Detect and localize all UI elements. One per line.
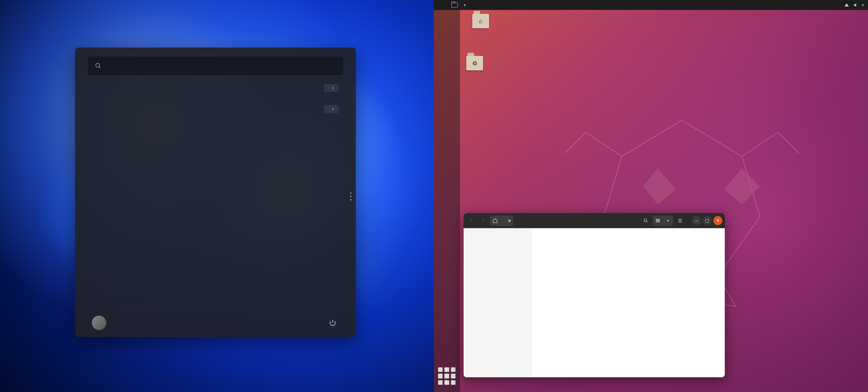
files-window: ▾ ▾ ─ ▢ ✕ (464, 213, 725, 377)
windows-desktop (0, 0, 434, 392)
trash-icon: ♻ (466, 56, 483, 71)
svg-point-0 (96, 63, 100, 67)
ubuntu-desktop: ▾ ▾ ⌂ ♻ ▾ (434, 0, 868, 392)
folder-icon: ⌂ (472, 14, 489, 28)
svg-line-7 (646, 221, 647, 222)
minimize-button[interactable]: ─ (692, 216, 701, 225)
avatar (92, 316, 106, 330)
files-headerbar: ▾ ▾ ─ ▢ ✕ (464, 213, 725, 228)
folder-icon (451, 3, 458, 7)
chevron-down-icon: ▾ (464, 3, 466, 7)
user-account-button[interactable] (92, 316, 112, 330)
search-input[interactable] (88, 57, 343, 75)
back-button[interactable] (466, 216, 476, 226)
start-menu (75, 48, 356, 337)
svg-line-1 (99, 67, 100, 68)
search-button[interactable] (641, 216, 651, 226)
maximize-button[interactable]: ▢ (703, 216, 712, 225)
hamburger-menu-button[interactable] (675, 216, 685, 226)
show-applications-button[interactable] (438, 367, 456, 385)
recommended-header-row (75, 102, 356, 115)
chevron-down-icon: ▾ (862, 3, 864, 7)
files-content (531, 228, 725, 377)
desktop-icon-home[interactable]: ⌂ (472, 14, 489, 30)
system-tray[interactable]: ▾ (844, 2, 864, 8)
files-sidebar (464, 228, 531, 377)
pinned-header-row (75, 81, 356, 94)
chevron-right-icon (331, 107, 335, 111)
start-footer (75, 308, 356, 337)
svg-rect-9 (656, 220, 660, 221)
network-icon (844, 2, 849, 8)
pinned-grid (75, 94, 356, 96)
app-menu-files[interactable]: ▾ (451, 3, 466, 7)
chevron-down-icon: ▾ (508, 217, 511, 224)
svg-rect-10 (656, 222, 660, 222)
page-dots[interactable] (350, 192, 351, 200)
close-button[interactable]: ✕ (713, 216, 722, 225)
all-apps-button[interactable] (324, 84, 339, 92)
search-icon (95, 62, 101, 69)
top-bar: ▾ ▾ (434, 0, 868, 10)
power-icon (329, 319, 337, 327)
home-icon (492, 218, 498, 223)
list-view-button[interactable] (653, 216, 663, 226)
desktop-icon-trash[interactable]: ♻ (466, 56, 483, 72)
svg-point-6 (644, 219, 647, 222)
more-button[interactable] (324, 105, 339, 113)
path-bar[interactable]: ▾ (490, 216, 514, 226)
volume-icon (853, 2, 858, 8)
taskbar (0, 371, 434, 392)
view-switcher: ▾ (653, 216, 673, 226)
forward-button[interactable] (478, 216, 488, 226)
view-options-button[interactable]: ▾ (663, 216, 673, 226)
svg-marker-3 (643, 168, 676, 204)
recommended-list (75, 115, 356, 117)
power-button[interactable] (327, 316, 339, 329)
chevron-right-icon (331, 86, 335, 90)
svg-rect-8 (656, 219, 660, 220)
dock (434, 10, 460, 392)
search-icon (643, 218, 649, 223)
